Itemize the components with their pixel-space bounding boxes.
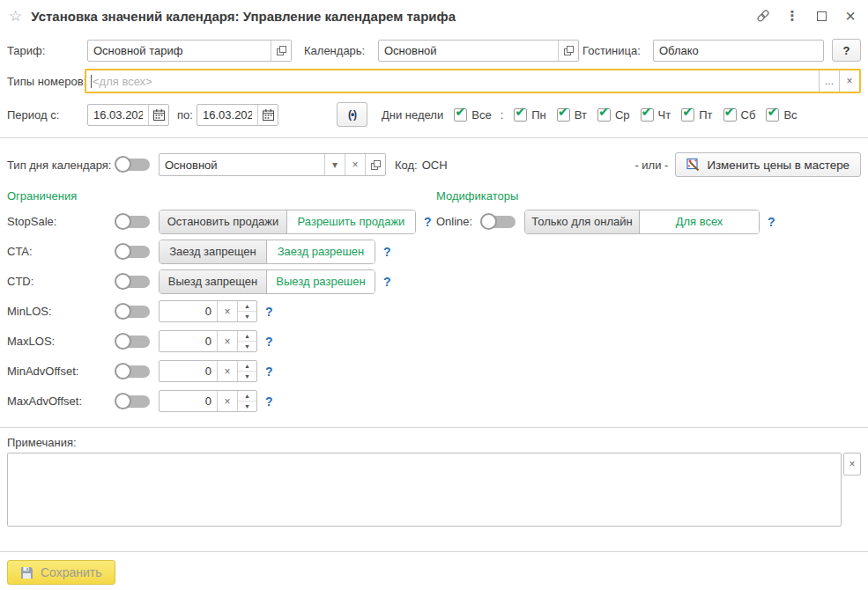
- calendar-field: [378, 40, 579, 62]
- help-button[interactable]: ?: [832, 39, 861, 62]
- maximize-icon[interactable]: [814, 9, 828, 23]
- minlos-input[interactable]: [160, 301, 217, 321]
- minadvoffset-input[interactable]: [160, 361, 217, 381]
- room-types-select-button[interactable]: ...: [819, 70, 839, 92]
- change-prices-master-button[interactable]: Изменить цены в мастере: [675, 152, 861, 177]
- minlos-field: × ▲ ▼: [159, 300, 257, 322]
- stopsale-on-option[interactable]: Разрешить продажи: [287, 210, 415, 233]
- cta-row: CTA: Заезд запрещен Заезд разрешен ?: [7, 240, 861, 263]
- ctd-toggle[interactable]: [115, 273, 150, 291]
- online-segmented: Только для онлайн Для всех: [524, 210, 760, 234]
- notes-label: Примечания:: [7, 436, 861, 449]
- stopsale-segmented: Остановить продажи Разрешить продажи: [159, 210, 416, 234]
- notes-textarea[interactable]: [7, 453, 842, 527]
- room-types-field[interactable]: <для всех> ... ×: [85, 69, 861, 93]
- period-from-calendar-button[interactable]: [148, 105, 168, 125]
- cta-toggle[interactable]: [115, 243, 150, 261]
- minlos-help-icon[interactable]: ?: [265, 305, 273, 319]
- checkbox-box: ✔: [454, 108, 467, 122]
- notes-row: ×: [7, 453, 861, 527]
- or-label: - или -: [634, 159, 668, 172]
- weekday-checkbox-tue[interactable]: ✔ Вт: [557, 108, 587, 122]
- minadvoffset-clear-button[interactable]: ×: [217, 361, 237, 381]
- day-type-toggle[interactable]: [115, 156, 150, 173]
- favorite-star-icon[interactable]: ☆: [9, 9, 22, 24]
- maxlos-help-icon[interactable]: ?: [265, 335, 273, 349]
- minadvoffset-spinner[interactable]: ▲ ▼: [237, 361, 256, 381]
- ctd-on-option[interactable]: Выезд разрешен: [267, 270, 375, 293]
- tariff-open-button[interactable]: [271, 41, 291, 61]
- weekday-checkbox-thu[interactable]: ✔ Чт: [641, 108, 671, 122]
- minadvoffset-row: MinAdvOffset: × ▲ ▼ ?: [7, 359, 861, 383]
- save-button[interactable]: Сохранить: [7, 560, 115, 585]
- minadvoffset-toggle[interactable]: [115, 363, 150, 380]
- weekday-checkbox-mon[interactable]: ✔ Пн: [514, 108, 546, 122]
- weekday-checkbox-sat[interactable]: ✔ Сб: [723, 108, 756, 122]
- checkbox-box: ✔: [766, 108, 779, 122]
- day-type-open-button[interactable]: [365, 154, 385, 175]
- spin-down-icon[interactable]: ▼: [238, 372, 256, 381]
- stopsale-off-option[interactable]: Остановить продажи: [160, 210, 287, 233]
- hotel-input[interactable]: [654, 41, 823, 61]
- cta-help-icon[interactable]: ?: [383, 245, 391, 259]
- period-to-calendar-button[interactable]: [257, 105, 278, 125]
- minlos-toggle[interactable]: [115, 303, 150, 321]
- calendar-input[interactable]: [379, 41, 558, 61]
- calendar-open-button[interactable]: [558, 41, 578, 61]
- close-icon[interactable]: ×: [843, 9, 857, 23]
- online-on-option[interactable]: Для всех: [640, 210, 759, 233]
- online-off-option[interactable]: Только для онлайн: [525, 210, 640, 233]
- maxlos-input[interactable]: [160, 331, 217, 351]
- minadvoffset-help-icon[interactable]: ?: [265, 365, 273, 379]
- room-types-placeholder: <для всех>: [92, 75, 819, 88]
- period-from-input[interactable]: [88, 105, 148, 125]
- minlos-spinner[interactable]: ▲ ▼: [237, 301, 256, 321]
- maxlos-spinner[interactable]: ▲ ▼: [237, 331, 256, 351]
- day-type-clear-button[interactable]: ×: [345, 154, 365, 175]
- day-type-dropdown-button[interactable]: ▾: [324, 154, 345, 175]
- spin-up-icon[interactable]: ▲: [238, 391, 256, 402]
- ctd-off-option[interactable]: Выезд запрещен: [160, 270, 267, 293]
- weekday-checkbox-all[interactable]: ✔ Все: [454, 108, 491, 122]
- maxadvoffset-clear-button[interactable]: ×: [217, 391, 237, 411]
- header-fields-row: Тариф: Календарь: Гостиница: ?: [7, 39, 861, 62]
- cta-off-option[interactable]: Заезд запрещен: [160, 240, 267, 263]
- notes-clear-button[interactable]: ×: [843, 453, 861, 476]
- ctd-row: CTD: Выезд запрещен Выезд разрешен ?: [7, 269, 861, 293]
- online-row: Online: Только для онлайн Для всех ?: [436, 210, 775, 233]
- maxlos-toggle[interactable]: [115, 333, 150, 350]
- spin-down-icon[interactable]: ▼: [238, 402, 256, 411]
- check-icon: ✔: [642, 104, 653, 120]
- spin-down-icon[interactable]: ▼: [238, 342, 256, 351]
- maxadvoffset-help-icon[interactable]: ?: [265, 395, 273, 409]
- spin-down-icon[interactable]: ▼: [238, 312, 256, 321]
- period-to-input[interactable]: [197, 105, 257, 125]
- weekday-checkbox-wed[interactable]: ✔ Ср: [597, 108, 630, 122]
- day-type-input[interactable]: [160, 154, 324, 175]
- weekday-checkbox-fri[interactable]: ✔ Пт: [681, 108, 712, 122]
- tariff-input[interactable]: [88, 41, 271, 61]
- period-selector-button[interactable]: (•): [337, 102, 367, 127]
- cta-on-option[interactable]: Заезд разрешен: [267, 240, 375, 263]
- spin-up-icon[interactable]: ▲: [238, 301, 256, 312]
- checkbox-box: ✔: [557, 108, 570, 122]
- weekday-label: Ср: [615, 108, 630, 122]
- spin-up-icon[interactable]: ▲: [238, 331, 256, 342]
- minadvoffset-field: × ▲ ▼: [159, 360, 257, 382]
- more-menu-icon[interactable]: ⋮: [785, 9, 799, 23]
- weekday-checkbox-sun[interactable]: ✔ Вс: [766, 108, 797, 122]
- maxadvoffset-input[interactable]: [160, 391, 217, 411]
- maxlos-clear-button[interactable]: ×: [217, 331, 237, 351]
- room-types-clear-button[interactable]: ×: [839, 70, 859, 92]
- minlos-clear-button[interactable]: ×: [217, 301, 237, 321]
- maxadvoffset-toggle[interactable]: [115, 393, 150, 410]
- online-help-icon[interactable]: ?: [768, 215, 775, 229]
- spin-up-icon[interactable]: ▲: [238, 361, 256, 372]
- get-link-icon[interactable]: [756, 9, 770, 23]
- maxadvoffset-spinner[interactable]: ▲ ▼: [237, 391, 256, 411]
- stopsale-help-icon[interactable]: ?: [424, 215, 432, 229]
- ctd-help-icon[interactable]: ?: [383, 275, 391, 289]
- check-icon: ✔: [682, 104, 694, 120]
- online-toggle[interactable]: [480, 213, 516, 231]
- stopsale-toggle[interactable]: [115, 213, 150, 231]
